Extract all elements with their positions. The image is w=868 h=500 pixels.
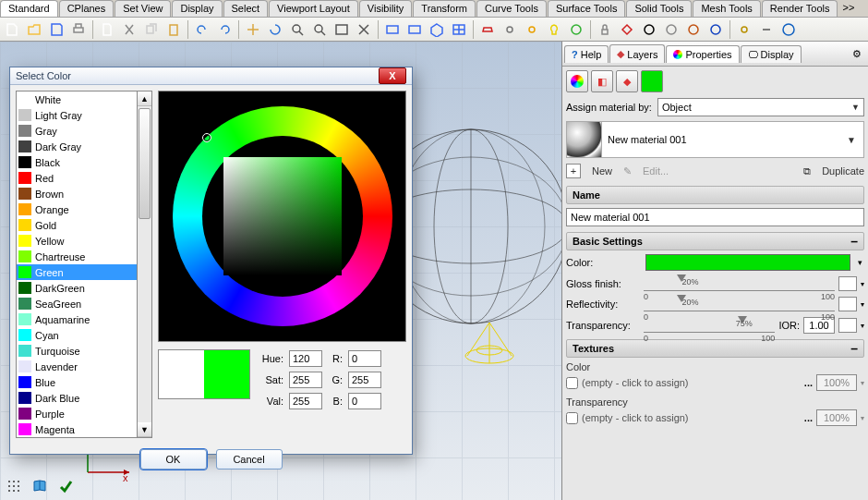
- view-split-icon[interactable]: [449, 19, 469, 40]
- scroll-thumb[interactable]: [139, 108, 151, 219]
- color-item-yellow[interactable]: Yellow: [17, 233, 137, 249]
- menu-tab-set-view[interactable]: Set View: [115, 0, 171, 17]
- sphere-blue-icon[interactable]: [705, 19, 726, 40]
- color-item-chartreuse[interactable]: Chartreuse: [17, 249, 137, 264]
- color-item-black[interactable]: Black: [17, 154, 137, 170]
- color-item-turquoise[interactable]: Turquoise: [17, 343, 137, 359]
- pan-icon[interactable]: [243, 19, 263, 40]
- saturation-value-box[interactable]: [223, 157, 342, 275]
- menu-tab-visibility[interactable]: Visibility: [359, 0, 413, 17]
- diamond-mode-button[interactable]: ◆: [616, 70, 638, 92]
- print-icon[interactable]: [68, 19, 89, 40]
- ok-button[interactable]: OK: [140, 449, 207, 470]
- zoom-in-icon[interactable]: [287, 19, 307, 40]
- menu-tab-render-tools[interactable]: Render Tools: [762, 0, 838, 17]
- color-item-cyan[interactable]: Cyan: [17, 327, 137, 343]
- color-wheel-box[interactable]: [158, 91, 406, 342]
- collapse-icon[interactable]: –: [850, 237, 858, 246]
- tab-display[interactable]: 🖵Display: [741, 45, 802, 63]
- b-input[interactable]: [348, 393, 381, 409]
- view-back-icon[interactable]: [404, 19, 425, 40]
- zoom-extents-icon[interactable]: [354, 19, 374, 40]
- color-item-dark-gray[interactable]: Dark Gray: [17, 139, 137, 154]
- grid-dots-icon[interactable]: [4, 476, 24, 496]
- menu-tab-transform[interactable]: Transform: [413, 0, 476, 17]
- book-icon[interactable]: [30, 476, 50, 496]
- paste-icon[interactable]: [163, 19, 184, 40]
- eraser-mode-button[interactable]: ◧: [591, 70, 613, 92]
- view-right-icon[interactable]: [382, 19, 403, 40]
- menu-more-icon[interactable]: >>: [838, 0, 858, 17]
- green-mode-button[interactable]: [641, 70, 663, 92]
- new-file-icon[interactable]: [2, 19, 22, 40]
- color-item-green[interactable]: Green: [17, 264, 137, 280]
- basic-color-swatch[interactable]: [645, 254, 850, 271]
- help-icon[interactable]: [778, 19, 799, 40]
- collapse-icon[interactable]: –: [850, 344, 858, 353]
- menu-tab-cplanes[interactable]: CPlanes: [59, 0, 115, 17]
- named-color-list[interactable]: WhiteLight GrayGrayDark GrayBlackRedBrow…: [16, 91, 138, 438]
- color-item-white[interactable]: White: [17, 91, 137, 107]
- color-item-blue[interactable]: Blue: [17, 374, 137, 390]
- tex-color-checkbox[interactable]: [566, 377, 578, 389]
- tex-color-browse[interactable]: ...: [804, 377, 813, 388]
- material-slot[interactable]: New material 001 ▼: [566, 121, 864, 158]
- cut-icon[interactable]: [119, 19, 139, 40]
- assign-by-select[interactable]: Object▼: [657, 98, 864, 116]
- tab-properties[interactable]: Properties: [666, 45, 739, 63]
- view-iso-icon[interactable]: [427, 19, 447, 40]
- checkmark-icon[interactable]: [55, 476, 76, 496]
- menu-tab-surface-tools[interactable]: Surface Tools: [548, 0, 625, 17]
- gear-small-icon[interactable]: [500, 19, 520, 40]
- reflect-arrow-icon[interactable]: ▾: [861, 300, 864, 309]
- menu-tab-display[interactable]: Display: [172, 0, 222, 17]
- gear-big-icon[interactable]: [734, 19, 754, 40]
- tab-help[interactable]: ?Help: [564, 45, 609, 63]
- cancel-button[interactable]: Cancel: [216, 449, 283, 470]
- sphere-render-icon[interactable]: [566, 19, 586, 40]
- bulb-icon[interactable]: [544, 19, 564, 40]
- color-item-aquamarine[interactable]: Aquamarine: [17, 311, 137, 327]
- paint-bucket-icon[interactable]: [617, 19, 637, 40]
- duplicate-material-link[interactable]: Duplicate: [822, 165, 864, 177]
- g-input[interactable]: [348, 372, 381, 388]
- r-input[interactable]: [348, 350, 381, 367]
- color-item-lavender[interactable]: Lavender: [17, 359, 137, 374]
- color-item-magenta[interactable]: Magenta: [17, 421, 137, 437]
- color-item-orange[interactable]: Orange: [17, 201, 137, 217]
- wheel-mode-button[interactable]: [566, 70, 588, 92]
- redo-icon[interactable]: [214, 19, 235, 40]
- color-item-seagreen[interactable]: SeaGreen: [17, 296, 137, 311]
- gloss-color-swatch[interactable]: [838, 276, 857, 291]
- tex-transp-assign[interactable]: (empty - click to assign): [582, 412, 801, 423]
- rotate-view-icon[interactable]: [265, 19, 285, 40]
- zoom-out-icon[interactable]: [309, 19, 330, 40]
- color-item-light-gray[interactable]: Light Gray: [17, 107, 137, 123]
- section-textures[interactable]: Textures–: [566, 339, 864, 358]
- sphere-copper-icon[interactable]: [683, 19, 704, 40]
- undo-icon[interactable]: [192, 19, 212, 40]
- gloss-slider[interactable]: 0 20% 100: [644, 276, 835, 291]
- color-menu-arrow-icon[interactable]: ▾: [856, 258, 864, 267]
- transp-arrow-icon[interactable]: ▾: [861, 322, 864, 330]
- link-icon[interactable]: [756, 19, 777, 40]
- tex-transp-checkbox[interactable]: [566, 412, 578, 424]
- sun-icon[interactable]: [522, 19, 542, 40]
- color-item-dark-blue[interactable]: Dark Blue: [17, 390, 137, 406]
- close-icon[interactable]: X: [379, 67, 406, 84]
- menu-tab-curve-tools[interactable]: Curve Tools: [476, 0, 547, 17]
- list-scrollbar[interactable]: ▲ ▼: [138, 91, 152, 438]
- tex-transp-browse[interactable]: ...: [804, 412, 813, 423]
- open-file-icon[interactable]: [24, 19, 44, 40]
- val-input[interactable]: [289, 393, 322, 409]
- tab-layers[interactable]: ◆Layers: [609, 44, 665, 63]
- menu-tab-solid-tools[interactable]: Solid Tools: [626, 0, 692, 17]
- copy-icon[interactable]: [141, 19, 162, 40]
- menu-tab-select[interactable]: Select: [223, 0, 269, 17]
- dialog-titlebar[interactable]: Select Color X: [10, 67, 412, 85]
- color-item-purple[interactable]: Purple: [17, 406, 137, 421]
- material-name-input[interactable]: [566, 208, 864, 226]
- reflect-color-swatch[interactable]: [838, 297, 857, 311]
- color-item-gold[interactable]: Gold: [17, 217, 137, 233]
- menu-tab-standard[interactable]: Standard: [0, 0, 58, 17]
